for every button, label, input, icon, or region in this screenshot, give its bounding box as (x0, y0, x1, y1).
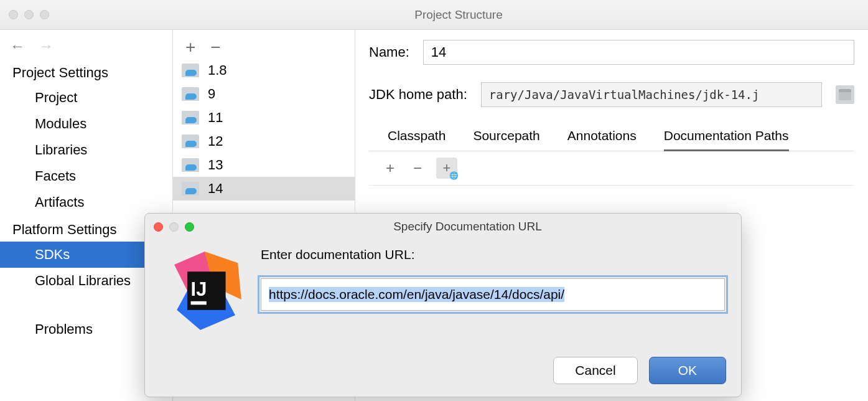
window-traffic-lights (9, 10, 49, 19)
documentation-url-input[interactable] (261, 278, 725, 311)
sdk-row-label: 9 (208, 86, 215, 102)
remove-doc-path-icon[interactable]: − (409, 161, 426, 176)
java-sdk-folder-icon (182, 64, 199, 77)
ok-button[interactable]: OK (649, 357, 726, 384)
java-sdk-folder-icon (182, 182, 199, 196)
dialog-close-icon[interactable] (154, 222, 163, 232)
back-arrow-icon[interactable]: ← (10, 39, 25, 54)
sdk-row-label: 13 (208, 157, 223, 173)
sidebar-item-libraries[interactable]: Libraries (0, 137, 172, 163)
path-label: JDK home path: (369, 87, 467, 103)
java-sdk-folder-icon (182, 87, 199, 101)
add-doc-url-icon[interactable]: + (436, 158, 457, 179)
intellij-logo-icon: IJ (161, 247, 248, 334)
jdk-home-path-input[interactable] (481, 82, 822, 107)
sidebar-item-artifacts[interactable]: Artifacts (0, 189, 172, 215)
remove-sdk-icon[interactable]: − (210, 39, 220, 56)
sdk-row-1.8[interactable]: 1.8 (173, 59, 355, 82)
window-titlebar: Project Structure (0, 0, 868, 30)
sdk-name-input[interactable] (423, 40, 854, 65)
java-sdk-folder-icon (182, 158, 199, 172)
sidebar-item-facets[interactable]: Facets (0, 163, 172, 189)
cancel-button[interactable]: Cancel (553, 357, 637, 384)
sdk-row-13[interactable]: 13 (173, 153, 355, 177)
detail-tabs: ClasspathSourcepathAnnotationsDocumentat… (369, 125, 854, 151)
name-label: Name: (369, 44, 409, 60)
tab-annotations[interactable]: Annotations (567, 125, 637, 151)
sdk-row-label: 1.8 (208, 62, 227, 78)
close-dot-disabled (9, 10, 18, 19)
svg-text:IJ: IJ (191, 278, 207, 300)
sdk-row-9[interactable]: 9 (173, 82, 355, 106)
sdk-row-label: 12 (208, 133, 223, 149)
java-sdk-folder-icon (182, 111, 199, 125)
dialog-minimize-icon (169, 222, 179, 232)
sidebar-item-project[interactable]: Project (0, 85, 172, 111)
sdk-row-12[interactable]: 12 (173, 130, 355, 153)
java-sdk-folder-icon (182, 134, 199, 148)
tab-documentation-paths[interactable]: Documentation Paths (664, 125, 789, 151)
minimize-dot-disabled (24, 10, 34, 19)
dialog-title: Specify Documentation URL (194, 220, 741, 234)
dialog-zoom-icon[interactable] (185, 222, 194, 232)
sdk-row-14[interactable]: 14 (173, 177, 355, 200)
section-project-settings: Project Settings (0, 59, 172, 85)
zoom-dot-disabled (40, 10, 49, 19)
forward-arrow-icon[interactable]: → (39, 39, 54, 54)
sdk-row-label: 14 (208, 181, 223, 197)
tab-sourcepath[interactable]: Sourcepath (473, 125, 539, 151)
add-doc-path-icon[interactable]: + (381, 161, 399, 176)
dialog-prompt: Enter documentation URL: (261, 247, 725, 262)
sdk-row-label: 11 (208, 110, 223, 126)
svg-rect-5 (191, 301, 207, 305)
sidebar-item-modules[interactable]: Modules (0, 111, 172, 137)
specify-url-dialog: Specify Documentation URL IJ Enter docum… (144, 213, 742, 397)
browse-folder-icon[interactable] (836, 85, 854, 104)
tab-classpath[interactable]: Classpath (388, 125, 446, 151)
sdk-row-11[interactable]: 11 (173, 106, 355, 130)
add-sdk-icon[interactable]: + (185, 39, 195, 56)
window-title: Project Structure (49, 8, 868, 22)
